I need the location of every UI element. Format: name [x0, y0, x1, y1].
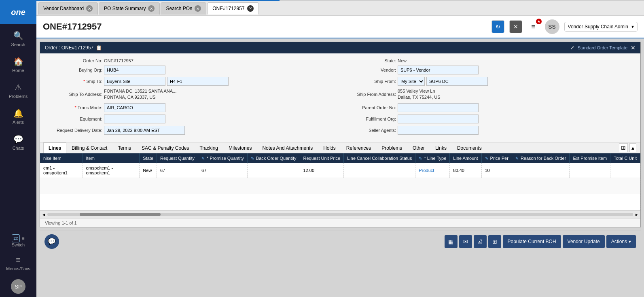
vendor-update-button[interactable]: Vendor Update: [563, 235, 605, 248]
scroll-left-arrow[interactable]: ◄: [42, 212, 46, 217]
cell-line-type: Product: [415, 163, 450, 178]
avatar: SS: [545, 19, 559, 34]
tab-sac[interactable]: SAC & Penalty Codes: [136, 142, 194, 153]
tab-po-state-summary[interactable]: PO State Summary ✕: [99, 2, 160, 15]
populate-boh-button[interactable]: Populate Current BOH: [503, 235, 561, 248]
print-button[interactable]: 🖨: [474, 235, 487, 248]
fulfillment-org-label: Fulfillment Org:: [343, 117, 396, 121]
tab-links[interactable]: Links: [430, 142, 452, 153]
email-button[interactable]: ✉: [459, 235, 472, 248]
tab-close-vendor-dashboard[interactable]: ✕: [86, 5, 93, 12]
tab-lines[interactable]: Lines: [43, 142, 66, 153]
tab-holds[interactable]: Holds: [318, 142, 341, 153]
sidebar-item-problems[interactable]: ⚠ Problems: [0, 78, 36, 104]
order-panel-title: Order : ONE#1712957: [45, 45, 93, 51]
tab-close-po-state[interactable]: ✕: [148, 5, 155, 12]
alerts-icon: 🔔: [13, 108, 23, 118]
fulfillment-org-input[interactable]: [398, 115, 479, 123]
equipment-input[interactable]: [104, 115, 165, 123]
user-dropdown[interactable]: Vendor Supply Chain Admin ▾: [564, 22, 638, 32]
ship-from-select[interactable]: My Site: [398, 77, 425, 86]
tab-close-search-pos[interactable]: ✕: [195, 5, 201, 12]
sidebar-item-switch[interactable]: ⇄ ≡ Switch: [10, 231, 26, 250]
sidebar-item-home[interactable]: 🏠 Home: [0, 52, 36, 78]
order-panel-header: Order : ONE#1712957 📋 ⤢ Standard Order T…: [40, 42, 640, 53]
resize-icon[interactable]: ⤢: [570, 45, 574, 51]
ship-from-label: Ship From:: [343, 79, 396, 84]
parent-order-input[interactable]: [398, 103, 479, 112]
col-line-cancel: Line Cancel Collaboration Status: [344, 153, 415, 163]
action-bar-right: ▦ ✉ 🖨 ⊞ Populate Current BOH Vendor Upda…: [445, 235, 636, 248]
barcode-button[interactable]: ▦: [445, 235, 458, 248]
cell-item: omspoitem1 - omspoitem1: [83, 163, 140, 178]
col-request-qty: Request Quantity: [157, 153, 198, 163]
copy-icon[interactable]: 📋: [96, 45, 102, 51]
table-row[interactable]: em1 - omspoitem1 omspoitem1 - omspoitem1…: [40, 163, 640, 178]
sidebar-item-label: Alerts: [13, 120, 24, 125]
panel-close-icon[interactable]: ✕: [631, 45, 636, 51]
ship-from-addr-line2: Dallas, TX 75244, US: [398, 94, 441, 100]
buying-org-input[interactable]: [104, 66, 165, 74]
tab-milestones[interactable]: Milestones: [223, 142, 257, 153]
app-logo[interactable]: one: [0, 0, 36, 24]
ship-to-site-input[interactable]: [104, 77, 165, 86]
actions-button[interactable]: Actions ▾: [606, 235, 636, 248]
switch-text-icon: ≡: [21, 235, 24, 241]
tab-tracking[interactable]: Tracking: [194, 142, 223, 153]
refresh-button[interactable]: ↻: [491, 20, 504, 33]
sidebar-item-search[interactable]: 🔍 Search: [0, 26, 36, 52]
order-panel-header-right: ⤢ Standard Order Template ✕: [570, 45, 636, 51]
request-delivery-row: Request Delivery Date:: [50, 126, 337, 135]
sidebar-item-alerts[interactable]: 🔔 Alerts: [0, 104, 36, 129]
tab-close-one-1712957[interactable]: ✕: [247, 5, 254, 12]
trans-mode-label: Trans Mode:: [50, 105, 102, 110]
parent-order-row: Parent Order No:: [343, 103, 631, 112]
tab-expand-icon[interactable]: ⊞: [619, 143, 628, 152]
seller-agents-input[interactable]: [398, 126, 479, 135]
ship-to-code-input[interactable]: [167, 77, 229, 86]
sidebar-item-label: Search: [11, 42, 25, 47]
cell-back-order-qty[interactable]: [247, 163, 300, 178]
request-delivery-input[interactable]: [104, 126, 185, 135]
tab-search-pos[interactable]: Search POs ✕: [161, 2, 206, 15]
parent-order-label: Parent Order No:: [343, 105, 396, 110]
close-button[interactable]: ✕: [509, 20, 522, 33]
calculator-button[interactable]: ⊞: [488, 235, 501, 248]
tab-vendor-dashboard[interactable]: Vendor Dashboard ✕: [38, 2, 98, 15]
tab-billing[interactable]: Billing & Contact: [66, 142, 112, 153]
vendor-input[interactable]: [398, 66, 479, 74]
user-avatar-small: SP: [11, 279, 25, 294]
sidebar-bottom: ⇄ ≡ Switch ≡ Menus/Favs SP: [0, 231, 36, 297]
tab-other[interactable]: Other: [407, 142, 430, 153]
cell-promise-qty[interactable]: 67: [198, 163, 248, 178]
scroll-right-arrow[interactable]: ►: [635, 212, 639, 217]
menu-button[interactable]: ≡ ★: [527, 20, 540, 33]
tab-collapse-icon[interactable]: ▴: [629, 143, 636, 152]
ship-from-code-input[interactable]: [426, 77, 488, 86]
tab-one-1712957[interactable]: ONE#1712957 ✕: [207, 2, 258, 15]
tab-bar: Vendor Dashboard ✕ PO State Summary ✕ Se…: [36, 1, 644, 16]
tab-terms[interactable]: Terms: [112, 142, 136, 153]
table-row-empty2: [40, 194, 640, 210]
col-ext-promise-item: Ext Promise Item: [570, 153, 610, 163]
template-link[interactable]: Standard Order Template: [578, 45, 627, 50]
sidebar-item-menus[interactable]: ≡ Menus/Favs: [0, 250, 36, 276]
order-panel-title-area: Order : ONE#1712957 📋: [45, 45, 102, 51]
buying-org-row: Buying Org:: [50, 66, 337, 74]
cell-price-per[interactable]: 10: [481, 163, 512, 178]
vendor-label: Vendor:: [343, 68, 396, 72]
tab-problems[interactable]: Problems: [376, 142, 407, 153]
tab-notes[interactable]: Notes And Attachments: [257, 142, 318, 153]
horizontal-scrollbar[interactable]: ◄ ►: [40, 210, 640, 219]
viewing-text: Viewing 1-1 of 1: [45, 221, 77, 225]
scroll-thumb[interactable]: [80, 213, 161, 216]
cell-promise-item: em1 - omspoitem1: [40, 163, 83, 178]
trans-mode-input[interactable]: [104, 103, 165, 112]
scroll-track[interactable]: [47, 213, 633, 216]
tab-references[interactable]: References: [341, 142, 376, 153]
cell-reason-back-order[interactable]: [512, 163, 570, 178]
chat-bubble-button[interactable]: 💬: [44, 234, 59, 249]
tab-documents[interactable]: Documents: [452, 142, 487, 153]
user-profile-bottom[interactable]: SP: [8, 276, 29, 297]
sidebar-item-chats[interactable]: 💬 Chats: [0, 129, 36, 155]
